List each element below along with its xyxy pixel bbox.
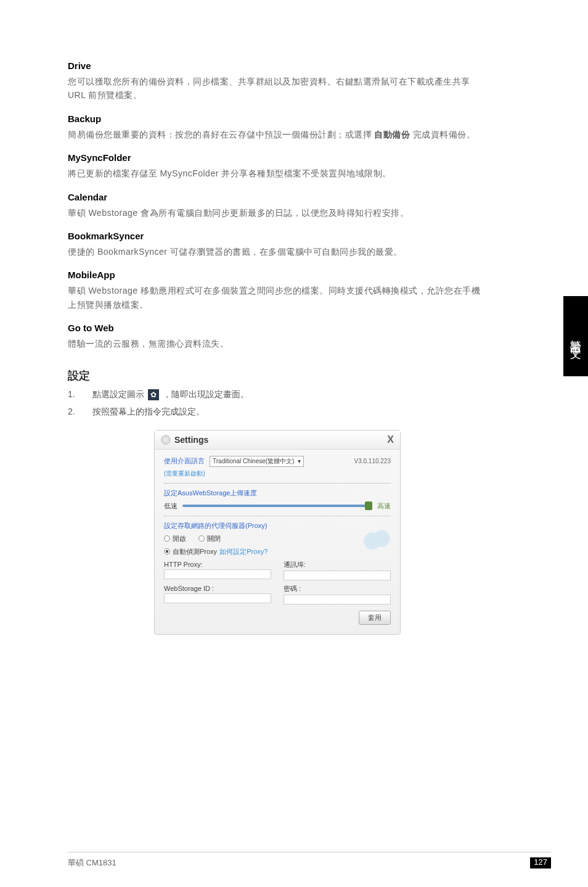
password-input[interactable] <box>284 595 391 604</box>
speed-slider[interactable] <box>182 505 372 507</box>
chevron-down-icon: ▾ <box>298 458 301 464</box>
calendar-heading: Calendar <box>68 192 487 202</box>
lang-label: 使用介面語言 <box>164 456 205 466</box>
footer-left: 華碩 CM1831 <box>68 857 116 868</box>
proxy-section-label: 設定存取網路的代理伺服器(Proxy) <box>164 521 391 530</box>
mysyncfolder-text: 將已更新的檔案存儲至 MySyncFolder 并分享各種類型檔案不受裝置與地域… <box>68 167 487 180</box>
backup-text-part1: 簡易備份您最重要的資料：按您的喜好在云存儲中預設一個備份計劃；或選擇 <box>68 130 374 139</box>
mobileapp-text: 華碩 Webstorage 移動應用程式可在多個裝置之間同步您的檔案。同時支援代… <box>68 284 487 311</box>
radio-close-label: 關閉 <box>207 534 221 543</box>
radio-open-label: 開啟 <box>173 534 186 543</box>
divider <box>164 483 391 484</box>
dialog-gear-icon <box>161 435 171 445</box>
cloud-decoration <box>363 526 394 551</box>
settings-dialog: Settings X 使用介面語言 Traditional Chinese(繁體… <box>154 430 401 635</box>
dialog-header: Settings X <box>155 431 400 450</box>
step-1-part2: ，隨即出現設定畫面。 <box>163 389 249 399</box>
webstorage-id-label: WebStorage ID : <box>164 585 271 592</box>
http-proxy-label: HTTP Proxy: <box>164 561 271 568</box>
gotoweb-text: 體驗一流的云服務，無需擔心資料流失。 <box>68 337 487 350</box>
proxy-help-link[interactable]: 如何設定Proxy? <box>219 547 267 556</box>
step-2: 按照螢幕上的指令完成設定。 <box>68 406 487 418</box>
password-label: 密碼 : <box>284 584 391 593</box>
drive-text: 您可以獲取您所有的備份資料，同步檔案、共享群組以及加密資料。右鍵點選滑鼠可在下載… <box>68 75 487 102</box>
radio-open[interactable]: 開啟 <box>164 534 186 543</box>
port-input[interactable] <box>284 571 391 580</box>
version-text: V3.0.110.223 <box>354 458 391 464</box>
calendar-text: 華碩 Webstorage 會為所有電腦自動同步更新最多的日誌，以便您及時得知行… <box>68 206 487 220</box>
page-number: 127 <box>530 857 551 868</box>
backup-heading: Backup <box>68 113 487 124</box>
radio-auto[interactable]: 自動偵測Proxy 如何設定Proxy? <box>164 547 391 556</box>
step-1: 點選設定圖示 ✿ ，隨即出現設定畫面。 <box>68 389 487 400</box>
http-proxy-input[interactable] <box>164 569 271 579</box>
radio-icon <box>198 535 205 542</box>
dialog-title: Settings <box>174 435 208 445</box>
gotoweb-heading: Go to Web <box>68 323 487 333</box>
step-1-part1: 點選設定圖示 <box>92 389 147 399</box>
radio-icon <box>164 535 170 542</box>
slider-high-label: 高速 <box>377 501 391 511</box>
drive-heading: Drive <box>68 60 487 71</box>
lang-value: Traditional Chinese(繁體中文) <box>213 457 294 466</box>
page-footer: 華碩 CM1831 127 <box>68 852 551 868</box>
backup-text-bold: 自動備份 <box>374 130 410 139</box>
backup-text-part2: 完成資料備份。 <box>410 130 475 139</box>
apply-button[interactable]: 套用 <box>359 611 391 625</box>
mobileapp-heading: MobileApp <box>68 270 487 280</box>
upload-speed-label: 設定AsusWebStorage上傳速度 <box>164 489 391 498</box>
bookmarksyncer-text: 便捷的 BookmarkSyncer 可儲存瀏覽器的書籤，在多個電腦中可自動同步… <box>68 245 487 258</box>
slider-handle[interactable] <box>365 501 372 510</box>
backup-text: 簡易備份您最重要的資料：按您的喜好在云存儲中預設一個備份計劃；或選擇 自動備份 … <box>68 128 487 141</box>
language-side-tab: 繁體中文 <box>563 296 588 376</box>
webstorage-id-input[interactable] <box>164 593 271 603</box>
gear-icon: ✿ <box>148 389 159 400</box>
divider <box>164 516 391 516</box>
radio-auto-label: 自動偵測Proxy <box>173 547 217 556</box>
bookmarksyncer-heading: BookmarkSyncer <box>68 231 487 241</box>
close-button[interactable]: X <box>387 434 394 445</box>
slider-low-label: 低速 <box>164 501 178 511</box>
settings-heading: 設定 <box>68 368 487 383</box>
lang-select[interactable]: Traditional Chinese(繁體中文) ▾ <box>210 456 304 467</box>
restart-note: (需要重新啟動) <box>164 469 391 478</box>
port-label: 通訊埠: <box>284 560 391 569</box>
mysyncfolder-heading: MySyncFolder <box>68 152 487 163</box>
radio-icon <box>164 548 170 555</box>
radio-close[interactable]: 關閉 <box>198 534 221 543</box>
